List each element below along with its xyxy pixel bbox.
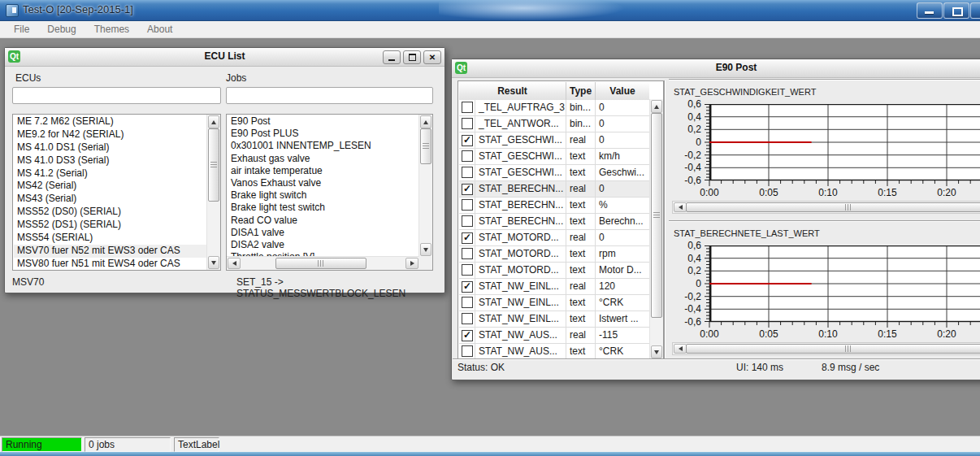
list-item[interactable]: 0x301001 INNENTEMP_LESEN — [228, 140, 418, 152]
checkbox-checked[interactable]: ✓ — [462, 281, 473, 293]
list-item[interactable]: E90 Post — [228, 115, 418, 128]
list-item[interactable]: Brake light switch — [228, 189, 418, 202]
scroll-down-button[interactable] — [651, 345, 662, 358]
checkbox-unchecked[interactable] — [462, 102, 473, 113]
checkbox-unchecked[interactable] — [462, 118, 473, 129]
ecu-list-v-scrollbar[interactable] — [206, 115, 220, 270]
result-row[interactable]: STAT_NW_EINL...textIstwert ... — [459, 311, 649, 328]
chart-h-scrollbar[interactable] — [672, 342, 980, 355]
checkbox-unchecked[interactable] — [462, 264, 473, 276]
list-item[interactable]: air intake temperatue — [228, 165, 418, 177]
result-row[interactable]: STAT_GESCHWI...textkm/h — [459, 149, 649, 165]
checkbox-unchecked[interactable] — [462, 215, 473, 227]
result-row[interactable]: STAT_BERECHN...textBerechn... — [459, 214, 649, 230]
scrollbar-thumb[interactable] — [651, 113, 662, 318]
menu-themes[interactable]: Themes — [85, 22, 138, 37]
list-item[interactable]: Brake light test switch — [228, 202, 418, 214]
checkbox-checked[interactable]: ✓ — [462, 135, 473, 146]
scroll-right-button[interactable] — [405, 258, 418, 269]
list-item[interactable]: MS43 (Serial) — [14, 193, 206, 206]
scroll-down-button[interactable] — [208, 256, 219, 269]
ecu-window-titlebar[interactable]: Qt ECU List ✕ — [5, 48, 444, 67]
checkbox-unchecked[interactable] — [462, 150, 473, 162]
scroll-up-button[interactable] — [651, 100, 662, 113]
list-item[interactable]: ME 7.2 M62 (SERIAL) — [14, 115, 206, 128]
load-chart: STAT_BERECHNETE_LAST_WERT0,60,40,20-0,2-… — [667, 224, 980, 355]
e90-window-titlebar[interactable]: Qt E90 Post — [452, 59, 980, 78]
column-header-result[interactable]: Result — [459, 82, 566, 100]
result-row[interactable]: _TEL_ANTWOR...bin...0 — [459, 116, 649, 132]
list-item[interactable]: DISA1 valve — [228, 227, 418, 239]
scroll-up-button[interactable] — [420, 115, 431, 128]
scrollbar-thumb[interactable] — [686, 344, 980, 354]
minimize-button[interactable] — [917, 2, 943, 19]
maximize-icon — [409, 54, 416, 61]
result-row[interactable]: STAT_BERECHN...text% — [459, 198, 649, 214]
result-row[interactable]: ✓STAT_NW_AUS...real-115 — [459, 328, 649, 344]
menu-debug[interactable]: Debug — [38, 22, 85, 37]
checkbox-unchecked[interactable] — [462, 345, 473, 357]
checkbox-unchecked[interactable] — [462, 313, 473, 324]
list-item[interactable]: MS 41.2 (Serial) — [14, 167, 206, 180]
result-row[interactable]: ✓STAT_GESCHWI...real0 — [459, 132, 649, 149]
scroll-down-button[interactable] — [420, 243, 431, 256]
scrollbar-thumb[interactable] — [420, 128, 431, 164]
checkbox-unchecked[interactable] — [462, 199, 473, 211]
ecu-filter-input[interactable] — [12, 87, 221, 104]
checkbox-unchecked[interactable] — [462, 248, 473, 259]
scroll-up-button[interactable] — [208, 115, 219, 128]
list-item[interactable]: Read CO value — [228, 215, 418, 227]
main-titlebar[interactable]: Test-O [20-Sep-2015-1] — [0, 0, 980, 21]
checkbox-checked[interactable]: ✓ — [462, 232, 473, 244]
list-item[interactable]: Exhaust gas valve — [228, 153, 418, 165]
checkbox-unchecked[interactable] — [462, 297, 473, 308]
jobs-list-v-scrollbar[interactable] — [418, 115, 432, 257]
list-item[interactable]: MS 41.0 DS1 (Serial) — [14, 141, 206, 154]
column-header-value[interactable]: Value — [596, 82, 649, 100]
panel-splitter[interactable] — [664, 80, 666, 358]
result-row[interactable]: STAT_MOTORD...textMotor D... — [459, 263, 649, 279]
scroll-left-button[interactable] — [674, 344, 687, 354]
menu-about[interactable]: About — [138, 22, 181, 37]
list-item[interactable]: MS42 (Serial) — [14, 180, 206, 193]
result-row[interactable]: ✓STAT_MOTORD...real0 — [459, 230, 649, 246]
list-item[interactable]: DISA2 valve — [228, 239, 418, 251]
result-row[interactable]: STAT_NW_AUS...text°CRK — [459, 344, 649, 360]
chart-title: STAT_GESCHWINDIGKEIT_WERT — [667, 83, 980, 101]
list-item[interactable]: MSV80 fuer N51 mit EWS4 oder CAS — [14, 258, 206, 269]
list-item[interactable]: MSV70 fuer N52 mit EWS3 oder CAS — [14, 245, 206, 258]
list-item[interactable]: MSS54 (SERIAL) — [14, 232, 206, 245]
list-item[interactable]: MS 41.0 DS3 (Serial) — [14, 154, 206, 167]
scrollbar-thumb[interactable] — [275, 258, 366, 269]
result-row[interactable]: STAT_NW_EINL...text°CRK — [459, 295, 649, 311]
close-button[interactable]: ✕ — [423, 50, 441, 64]
table-v-scrollbar[interactable] — [649, 99, 663, 359]
checkbox-checked[interactable]: ✓ — [462, 330, 473, 341]
chart-h-scrollbar[interactable] — [672, 201, 980, 214]
list-item[interactable]: ME9.2 for N42 (SERIAL) — [14, 128, 206, 141]
result-row[interactable]: STAT_MOTORD...textrpm — [459, 246, 649, 263]
scrollbar-thumb[interactable] — [208, 128, 219, 202]
list-item[interactable]: MSS52 (DS0) (SERIAL) — [14, 206, 206, 219]
column-header-type[interactable]: Type — [566, 82, 596, 100]
list-item[interactable]: E90 Post PLUS — [228, 128, 418, 140]
result-row[interactable]: STAT_GESCHWI...textGeschwi... — [459, 165, 649, 181]
checkbox-unchecked[interactable] — [462, 167, 473, 178]
result-row[interactable]: _TEL_AUFTRAG_3bin...0 — [459, 100, 649, 116]
close-button[interactable] — [970, 2, 980, 19]
maximize-button[interactable] — [943, 2, 969, 19]
minimize-button[interactable] — [383, 50, 401, 64]
list-item[interactable]: MSS52 (DS1) (SERIAL) — [14, 219, 206, 232]
scroll-left-button[interactable] — [674, 202, 687, 212]
scroll-left-button[interactable] — [228, 258, 241, 269]
job-filter-input[interactable] — [226, 87, 433, 104]
result-row[interactable]: ✓STAT_NW_EINL...real120 — [459, 279, 649, 295]
jobs-list-h-scrollbar[interactable] — [227, 256, 419, 270]
list-item[interactable]: Vanos Exhaust valve — [228, 177, 418, 189]
cell-value: °CRK — [596, 344, 649, 359]
checkbox-checked[interactable]: ✓ — [462, 184, 473, 195]
menu-file[interactable]: File — [5, 22, 38, 37]
maximize-button[interactable] — [403, 50, 421, 64]
result-row[interactable]: ✓STAT_BERECHN...real0 — [459, 181, 649, 198]
scrollbar-thumb[interactable] — [686, 202, 980, 212]
